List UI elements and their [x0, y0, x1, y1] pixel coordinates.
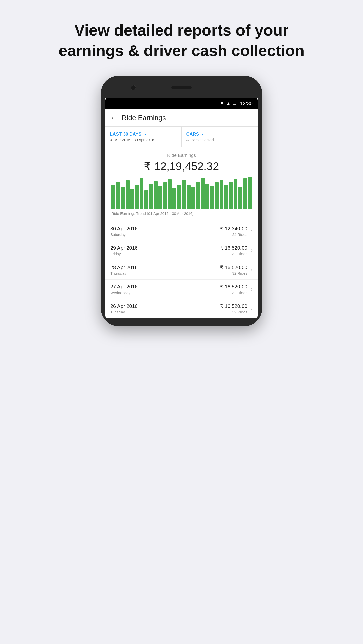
period-filter-label: LAST 30 DAYS — [110, 132, 141, 137]
daily-date-section: 30 Apr 2016 Saturday — [110, 226, 220, 237]
status-bar: ▼ ▲ ▭ 12:30 — [105, 98, 258, 109]
cars-filter-label: CARS — [186, 132, 199, 137]
daily-row[interactable]: 29 Apr 2016 Friday ₹ 16,520.00 32 Rides … — [105, 241, 258, 260]
chevron-right-icon: › — [251, 228, 253, 234]
cars-filter-sub: All cars selected — [186, 138, 253, 142]
period-filter-label-row: LAST 30 DAYS ▼ — [110, 132, 177, 137]
app-screen: ▼ ▲ ▭ 12:30 ← Ride Earnings LAST 30 DAYS… — [105, 98, 258, 318]
chart-bar — [243, 178, 247, 209]
daily-date-section: 29 Apr 2016 Friday — [110, 245, 220, 256]
daily-day: Saturday — [110, 232, 220, 237]
daily-row[interactable]: 26 Apr 2016 Tuesday ₹ 16,520.00 32 Rides… — [105, 299, 258, 318]
phone-camera — [131, 85, 136, 90]
daily-date-section: 26 Apr 2016 Tuesday — [110, 303, 220, 314]
chart-bar — [116, 182, 120, 209]
daily-row[interactable]: 28 Apr 2016 Thursday ₹ 16,520.00 32 Ride… — [105, 260, 258, 280]
back-button[interactable]: ← — [110, 114, 117, 122]
daily-rides: 32 Rides — [220, 271, 247, 275]
daily-amount: ₹ 16,520.00 — [220, 245, 247, 251]
chart-bar — [201, 178, 205, 209]
daily-day: Friday — [110, 252, 220, 256]
daily-amount: ₹ 16,520.00 — [220, 284, 247, 290]
phone-shell: ▼ ▲ ▭ 12:30 ← Ride Earnings LAST 30 DAYS… — [101, 76, 262, 326]
cars-filter-label-row: CARS ▼ — [186, 132, 253, 137]
chart-bar — [149, 184, 153, 210]
chart-bar — [130, 189, 134, 209]
daily-day: Wednesday — [110, 291, 220, 295]
earnings-amount: ₹ 12,19,452.32 — [110, 160, 253, 173]
earnings-section: RIde Earnings ₹ 12,19,452.32 Ride Earnin… — [105, 147, 258, 221]
chart-bar — [140, 178, 144, 209]
daily-date-section: 27 Apr 2016 Wednesday — [110, 284, 220, 295]
earnings-label: RIde Earnings — [110, 153, 253, 158]
chart-bar — [168, 179, 172, 209]
chart-bar — [111, 185, 115, 210]
chart-bar — [210, 186, 214, 209]
daily-date: 29 Apr 2016 — [110, 245, 220, 251]
chevron-right-icon: › — [251, 267, 253, 273]
chevron-right-icon: › — [251, 247, 253, 254]
daily-earnings-section: ₹ 16,520.00 32 Rides — [220, 284, 247, 295]
status-icons: ▼ ▲ ▭ — [220, 101, 236, 106]
status-time: 12:30 — [240, 101, 253, 106]
phone-speaker — [171, 86, 192, 89]
chart-bar — [187, 185, 191, 209]
chart-bar — [121, 187, 125, 209]
daily-earnings-section: ₹ 12,340.00 24 Rides — [220, 226, 247, 237]
daily-rides: 24 Rides — [220, 232, 247, 237]
chart-bar — [224, 185, 228, 210]
daily-row[interactable]: 27 Apr 2016 Wednesday ₹ 16,520.00 32 Rid… — [105, 280, 258, 299]
daily-row[interactable]: 30 Apr 2016 Saturday ₹ 12,340.00 24 Ride… — [105, 221, 258, 241]
chart-bar — [215, 182, 219, 209]
chart-bar — [229, 182, 233, 209]
daily-date: 30 Apr 2016 — [110, 226, 220, 232]
chart-bar — [177, 185, 181, 210]
wifi-icon: ▼ — [220, 101, 224, 106]
battery-icon: ▭ — [233, 101, 236, 106]
period-filter-sub: 01 Apr 2016 - 30 Apr 2016 — [110, 138, 177, 142]
cars-dropdown-arrow: ▼ — [201, 132, 205, 136]
screen-title: Ride Earnings — [122, 114, 166, 122]
daily-date: 28 Apr 2016 — [110, 265, 220, 270]
page-headline: View detailed reports of your earnings &… — [0, 0, 363, 76]
chart-bar — [135, 185, 139, 209]
chart-bar — [196, 182, 200, 209]
chart-bar — [126, 180, 130, 209]
chart-bar — [163, 182, 167, 209]
daily-rows-list: 30 Apr 2016 Saturday ₹ 12,340.00 24 Ride… — [105, 221, 258, 318]
cars-filter[interactable]: CARS ▼ All cars selected — [182, 127, 258, 147]
earnings-chart — [110, 177, 253, 209]
chart-bar — [144, 190, 148, 209]
daily-date: 27 Apr 2016 — [110, 284, 220, 290]
daily-rides: 32 Rides — [220, 252, 247, 256]
period-filter[interactable]: LAST 30 DAYS ▼ 01 Apr 2016 - 30 Apr 2016 — [105, 127, 182, 147]
app-bar: ← Ride Earnings — [105, 109, 258, 127]
daily-rides: 32 Rides — [220, 291, 247, 295]
daily-date: 26 Apr 2016 — [110, 303, 220, 309]
chart-bar — [220, 180, 224, 209]
filter-row: LAST 30 DAYS ▼ 01 Apr 2016 - 30 Apr 2016… — [105, 127, 258, 147]
daily-date-section: 28 Apr 2016 Thursday — [110, 265, 220, 275]
chart-bar — [154, 181, 158, 209]
daily-amount: ₹ 16,520.00 — [220, 303, 247, 309]
phone-mockup: ▼ ▲ ▭ 12:30 ← Ride Earnings LAST 30 DAYS… — [98, 76, 265, 555]
chart-bar — [158, 186, 162, 209]
signal-icon: ▲ — [226, 101, 231, 106]
daily-day: Tuesday — [110, 310, 220, 314]
daily-earnings-section: ₹ 16,520.00 32 Rides — [220, 264, 247, 275]
chart-bar — [191, 187, 195, 209]
chevron-right-icon: › — [251, 286, 253, 293]
chart-bar — [172, 188, 176, 209]
daily-earnings-section: ₹ 16,520.00 32 Rides — [220, 245, 247, 256]
chart-bar — [248, 177, 252, 209]
daily-amount: ₹ 16,520.00 — [220, 264, 247, 270]
daily-day: Thursday — [110, 271, 220, 275]
chevron-right-icon: › — [251, 305, 253, 312]
period-dropdown-arrow: ▼ — [143, 132, 147, 136]
chart-bar — [234, 179, 238, 209]
chart-bar — [182, 180, 186, 209]
chart-bar — [238, 187, 242, 209]
daily-rides: 32 Rides — [220, 310, 247, 314]
chart-trend-label: Ride Earnings Trend (01 Apr 2016 - 30 Ap… — [110, 211, 253, 216]
daily-earnings-section: ₹ 16,520.00 32 Rides — [220, 303, 247, 314]
